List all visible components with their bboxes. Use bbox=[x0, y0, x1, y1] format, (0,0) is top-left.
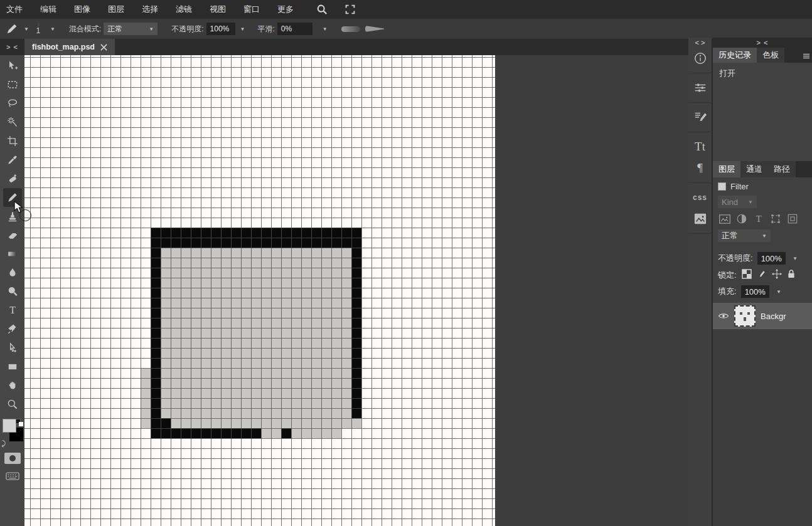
menu-image[interactable]: 图像 bbox=[74, 4, 90, 15]
tool-clone-stamp[interactable] bbox=[3, 207, 22, 226]
tool-zoom[interactable] bbox=[3, 395, 22, 414]
filter-checkbox[interactable] bbox=[718, 182, 726, 191]
tool-magic-wand[interactable] bbox=[3, 113, 22, 132]
foreground-color-swatch[interactable] bbox=[3, 419, 16, 433]
layer-opacity-input[interactable]: 100% bbox=[757, 252, 786, 265]
lock-position-icon[interactable] bbox=[772, 269, 782, 281]
kind-select[interactable]: Kind ▼ bbox=[718, 196, 757, 208]
filter-shape-icon[interactable] bbox=[769, 213, 783, 225]
menu-view[interactable]: 视图 bbox=[210, 4, 226, 15]
active-tool-indicator[interactable]: ▼ bbox=[5, 22, 29, 36]
character-panel-icon[interactable]: Tt bbox=[688, 136, 712, 157]
filter-smart-icon[interactable] bbox=[786, 213, 799, 225]
keyboard-icon[interactable] bbox=[6, 471, 19, 483]
layer-row[interactable]: Backgr bbox=[713, 303, 812, 329]
pixel-cell bbox=[331, 228, 341, 238]
toolbar-collapse-icon[interactable]: > < bbox=[0, 39, 24, 55]
lock-pixels-icon[interactable] bbox=[757, 269, 767, 281]
info-icon[interactable] bbox=[688, 48, 712, 69]
filter-image-icon[interactable] bbox=[718, 213, 732, 225]
pixel-cell bbox=[241, 248, 251, 258]
tool-marquee[interactable] bbox=[3, 75, 22, 94]
menu-more[interactable]: 更多 bbox=[277, 4, 294, 15]
pixel-cell bbox=[321, 378, 331, 388]
panel-collapse-icon[interactable]: > < bbox=[713, 38, 812, 48]
smoothing-caret-icon[interactable]: ▼ bbox=[323, 26, 328, 32]
layer-visibility-icon[interactable] bbox=[718, 312, 729, 320]
tab-paths[interactable]: 路径 bbox=[768, 161, 796, 177]
fullscreen-icon[interactable] bbox=[345, 4, 355, 14]
layer-blend-select[interactable]: 正常 ▼ bbox=[718, 229, 771, 242]
pixel-cell bbox=[301, 308, 311, 318]
tool-pencil[interactable] bbox=[3, 188, 22, 207]
tool-type[interactable]: T bbox=[3, 301, 22, 320]
pressure-opacity-icon[interactable] bbox=[341, 26, 360, 32]
filter-label: Filter bbox=[730, 182, 749, 191]
pressure-size-icon[interactable] bbox=[365, 26, 384, 32]
tab-swatches[interactable]: 色板 bbox=[757, 48, 784, 63]
tool-pen[interactable] bbox=[3, 320, 22, 339]
pixel-cell bbox=[141, 378, 151, 388]
tool-eraser[interactable] bbox=[3, 226, 22, 245]
document-tab[interactable]: fishbot_map.psd bbox=[24, 39, 115, 55]
paragraph-panel-icon[interactable]: ¶ bbox=[688, 157, 712, 179]
menu-layer[interactable]: 图层 bbox=[108, 4, 124, 15]
pixel-cell bbox=[301, 298, 311, 308]
tool-gradient[interactable] bbox=[3, 245, 22, 263]
menu-file[interactable]: 文件 bbox=[6, 4, 23, 15]
close-icon[interactable] bbox=[100, 44, 107, 51]
tool-dodge[interactable] bbox=[3, 282, 22, 301]
pixel-cell bbox=[191, 378, 201, 388]
adjustments-icon[interactable] bbox=[688, 77, 712, 98]
layer-opacity-caret-icon[interactable]: ▼ bbox=[793, 256, 798, 261]
opacity-caret-icon[interactable]: ▼ bbox=[240, 26, 245, 32]
tab-channels[interactable]: 通道 bbox=[740, 161, 768, 177]
brush-settings-icon[interactable] bbox=[688, 107, 712, 128]
pixel-cell bbox=[281, 388, 291, 398]
document-canvas[interactable] bbox=[24, 55, 495, 526]
filter-text-icon[interactable]: T bbox=[752, 213, 766, 225]
tab-history[interactable]: 历史记录 bbox=[713, 48, 757, 63]
filter-adjustment-icon[interactable] bbox=[735, 213, 749, 225]
smoothing-input[interactable]: 0% bbox=[277, 23, 313, 35]
lock-transparency-icon[interactable] bbox=[742, 269, 752, 281]
blend-mode-select[interactable]: 正常 ▼ bbox=[104, 23, 158, 35]
default-colors-icon[interactable] bbox=[16, 419, 23, 426]
pixel-cell bbox=[201, 368, 211, 378]
pixel-cell bbox=[151, 388, 161, 398]
layer-fill-input[interactable]: 100% bbox=[741, 285, 769, 298]
image-panel-icon[interactable] bbox=[688, 208, 712, 229]
strip-collapse-icon[interactable]: < > bbox=[695, 38, 705, 48]
brush-size-widget[interactable]: ⋮ 1 bbox=[34, 23, 43, 34]
pixel-cell bbox=[251, 408, 261, 418]
history-item-open[interactable]: 打开 bbox=[719, 68, 806, 79]
tool-spot-heal[interactable] bbox=[3, 169, 22, 188]
menu-filter[interactable]: 滤镜 bbox=[176, 4, 192, 15]
pixel-cell bbox=[291, 228, 301, 238]
tool-lasso[interactable] bbox=[3, 94, 22, 113]
quick-mask-button[interactable] bbox=[4, 453, 21, 464]
menu-select[interactable]: 选择 bbox=[142, 4, 158, 15]
tool-eyedropper[interactable] bbox=[3, 150, 22, 169]
search-icon[interactable] bbox=[316, 4, 328, 15]
menu-window[interactable]: 窗口 bbox=[243, 4, 260, 15]
layer-fill-caret-icon[interactable]: ▼ bbox=[776, 289, 781, 295]
swap-colors-icon[interactable]: ⤸ bbox=[2, 439, 6, 448]
menu-edit[interactable]: 编辑 bbox=[40, 4, 56, 15]
layer-thumbnail[interactable] bbox=[734, 305, 756, 327]
pixel-cell bbox=[271, 428, 281, 438]
tool-hand[interactable] bbox=[3, 376, 22, 395]
tab-layers[interactable]: 图层 bbox=[713, 161, 740, 177]
panel-menu-icon[interactable] bbox=[803, 51, 809, 61]
opacity-input[interactable]: 100% bbox=[206, 23, 235, 35]
tool-rectangle[interactable] bbox=[3, 357, 22, 376]
brush-size-caret-icon[interactable]: ▼ bbox=[50, 26, 55, 32]
lock-all-icon[interactable] bbox=[787, 269, 796, 281]
tool-move[interactable] bbox=[3, 56, 22, 75]
pixel-cell bbox=[341, 418, 351, 428]
tool-direct-select[interactable] bbox=[3, 339, 22, 357]
tool-blur[interactable] bbox=[3, 263, 22, 282]
css-icon[interactable]: css bbox=[688, 187, 712, 208]
pixel-cell bbox=[301, 248, 311, 258]
tool-crop[interactable] bbox=[3, 132, 22, 150]
